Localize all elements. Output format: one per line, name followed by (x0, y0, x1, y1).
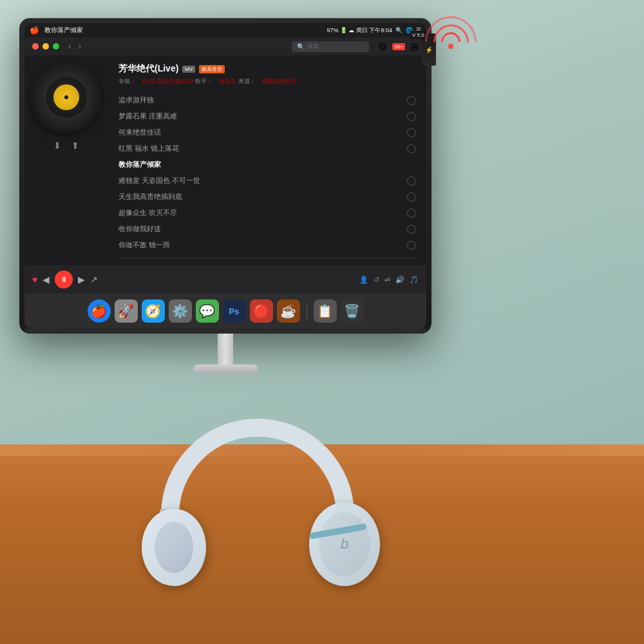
forward-icon[interactable]: › (79, 42, 81, 51)
headphone-right-inner: b (319, 512, 370, 576)
dock-icon-launchpad[interactable]: 🚀 (115, 299, 138, 323)
maximize-button[interactable] (53, 43, 59, 50)
playlist-item[interactable]: 收你做我好送 (118, 221, 416, 237)
titlebar: ‹ › 🔍 搜索 ⚙ 99+ ⊞ (24, 37, 426, 55)
vinyl-hole (64, 95, 68, 99)
pause-icon: ⏸ (60, 275, 68, 284)
share-icon[interactable]: ⬆ (71, 140, 79, 151)
player-controls: ♥ ◀ ⏸ ▶ ↗ 👤 ↺ ⇌ 🔊 🎵 (24, 265, 426, 294)
singer-link[interactable]: 张实弘 (219, 78, 236, 84)
playlist-item[interactable]: 何来绝世佳话 (118, 124, 416, 140)
monitor-stand-neck (218, 334, 233, 366)
menubar-left: 🍎 教你落产倾家 (30, 26, 83, 35)
album-label: 专辑： (118, 78, 136, 84)
dock-icon-netease[interactable]: 🔴 (250, 299, 273, 323)
playlist-item[interactable]: 超像众生 吹灭不尽 (118, 205, 416, 221)
menubar-right: 97% 🔋 ☁ 周日 下午8:04 🔍 🌐 ☰ (327, 26, 421, 35)
vinyl-label (53, 84, 79, 110)
apple-icon[interactable]: 🍎 (30, 26, 39, 35)
playlist-icon[interactable]: 👤 (359, 276, 368, 284)
monitor-stand-base (193, 365, 258, 374)
minimize-button[interactable] (43, 43, 49, 50)
beats-logo: b (341, 536, 348, 553)
playlist-item[interactable]: 难独皇 天姿国色 不可一世 (118, 173, 416, 189)
song-title-text: 芳华绝代(Live) (118, 63, 178, 75)
music-app: ‹ › 🔍 搜索 ⚙ 99+ ⊞ (24, 37, 426, 328)
singer-label: 歌手： (195, 78, 213, 84)
source-label: 来源： (238, 78, 256, 84)
menubar-app-name: 教你落产倾家 (44, 26, 83, 35)
headphones: b (142, 419, 386, 625)
titlebar-icons: ⚙ 99+ ⊞ (378, 41, 419, 53)
search-icon[interactable]: 🔍 (395, 27, 402, 33)
monitor-bezel: 🍎 教你落产倾家 97% 🔋 ☁ 周日 下午8:04 🔍 🌐 ☰ (19, 18, 431, 334)
playlist-item[interactable]: 红黑 福水 镜上落花 (118, 140, 416, 156)
dock-icon-photoshop[interactable]: Ps (223, 299, 246, 323)
player-right-controls: 👤 ↺ ⇌ 🔊 🎵 (359, 276, 419, 284)
album-art-side: ⬇ ⬆ (24, 55, 108, 265)
song-info: 芳华绝代(Live) MV 极高音质 专辑： DUO 首次出道2010 歌手： … (108, 55, 426, 265)
menubar-status: 97% 🔋 ☁ 周日 下午8:04 (327, 26, 392, 35)
heart-button[interactable]: ♥ (32, 274, 37, 285)
download-icon[interactable]: ⬇ (53, 140, 61, 151)
source-link[interactable]: 我喜欢的音乐 (262, 78, 297, 84)
vinyl-record (31, 62, 102, 133)
repeat-icon[interactable]: ↺ (374, 276, 379, 284)
shuffle-icon[interactable]: ⇌ (384, 276, 390, 284)
dock-icon-coffee[interactable]: ☕ (277, 299, 300, 323)
headphone-arc (161, 419, 354, 522)
dock-icon-clipboard[interactable]: 📋 (314, 299, 337, 323)
dock-icon-finder[interactable]: 🍎 (88, 299, 111, 323)
song-meta: 专辑： DUO 首次出道2010 歌手： 张实弘 来源： 我喜欢的音乐 (118, 77, 416, 86)
dock-icon-trash[interactable]: 🗑️ (341, 299, 364, 323)
notification-badge: 99+ (392, 43, 405, 50)
album-link[interactable]: DUO 首次出道2010 (143, 78, 194, 84)
search-icon: 🔍 (297, 43, 305, 50)
dock-icon-wechat[interactable]: 💬 (196, 299, 219, 323)
monitor: 🍎 教你落产倾家 97% 🔋 ☁ 周日 下午8:04 🔍 🌐 ☰ (19, 18, 431, 359)
playlist-footer[interactable]: 包含这首歌的歌单 (118, 258, 416, 265)
share-button[interactable]: ↗ (90, 274, 98, 285)
playlist-item[interactable]: 追求游拜独 (118, 92, 416, 108)
dock-icon-safari[interactable]: 🧭 (142, 299, 165, 323)
monitor-bottom-bezel (24, 328, 426, 334)
headphone-right-cup: b (309, 502, 380, 586)
next-button[interactable]: ▶ (78, 274, 85, 285)
dock-icon-settings[interactable]: ⚙️ (169, 299, 192, 323)
search-bar[interactable]: 🔍 搜索 (292, 41, 369, 52)
titlebar-nav: ‹ › (68, 42, 81, 51)
pause-button[interactable]: ⏸ (55, 270, 73, 289)
playlist: 追求游拜独梦露石果 庄重高难何来绝世佳话红黑 福水 镜上落花教你落产倾家难独皇 … (118, 92, 416, 253)
menubar: 🍎 教你落产倾家 97% 🔋 ☁ 周日 下午8:04 🔍 🌐 ☰ (24, 23, 426, 37)
bt-version-label: V 5.0 (410, 31, 427, 39)
prev-button[interactable]: ◀ (43, 274, 50, 285)
hq-badge[interactable]: 极高音质 (199, 65, 225, 73)
playlist-item[interactable]: 教你落产倾家 (118, 156, 416, 173)
dock-separator (307, 302, 307, 320)
song-title-row: 芳华绝代(Live) MV 极高音质 (118, 63, 416, 75)
close-button[interactable] (32, 43, 39, 50)
playlist-item[interactable]: 你做不敌 独一而 (118, 237, 416, 253)
volume-icon[interactable]: 🔊 (395, 276, 404, 284)
audio-icon[interactable]: 🎵 (410, 276, 419, 284)
search-placeholder: 搜索 (307, 43, 319, 51)
settings-icon[interactable]: ⚙ (378, 41, 387, 53)
dock: 🍎 🚀 🧭 ⚙️ 💬 Ps 🔴 ☕ 📋 🗑️ (24, 294, 426, 328)
headphone-left-cup (142, 509, 206, 586)
mv-badge[interactable]: MV (182, 66, 195, 73)
window-icon[interactable]: ⊞ (410, 41, 419, 53)
playlist-item[interactable]: 梦露石果 庄重高难 (118, 108, 416, 124)
app-content: ⬇ ⬆ 芳华绝代(Live) MV 极高音质 专辑： DUO (24, 55, 426, 265)
monitor-screen: 🍎 教你落产倾家 97% 🔋 ☁ 周日 下午8:04 🔍 🌐 ☰ (24, 23, 426, 328)
back-icon[interactable]: ‹ (68, 42, 71, 51)
playlist-item[interactable]: 天生我高贵绝插到底 (118, 189, 416, 205)
